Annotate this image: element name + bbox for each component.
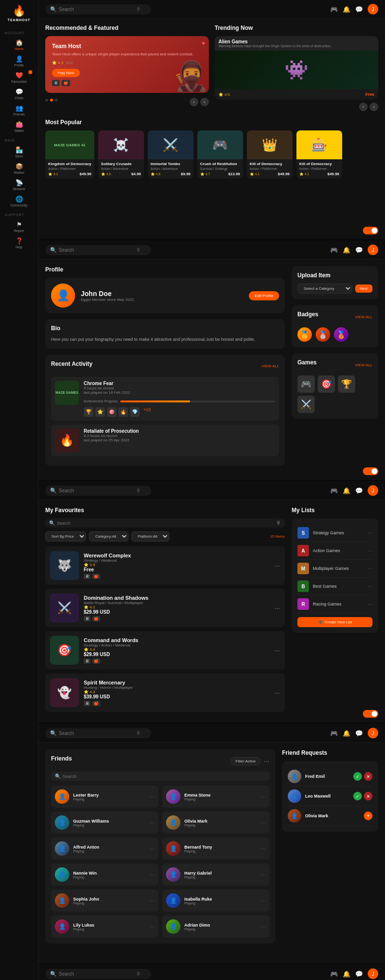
friends-search-input[interactable]: [59, 731, 136, 736]
home-search-bar[interactable]: 🔍 🎙: [45, 4, 151, 14]
friends-list-search[interactable]: [63, 774, 266, 779]
sidebar-item-profile[interactable]: 👤 Profile: [2, 53, 36, 69]
mini-game-0[interactable]: 🎮: [297, 375, 315, 393]
games-view-all[interactable]: VIEW ALL: [355, 363, 372, 367]
friend-dots-8[interactable]: ···: [150, 897, 154, 904]
next-arrow[interactable]: ›: [200, 98, 209, 106]
wallet-search-bar[interactable]: 🔍 🎙: [45, 969, 151, 979]
friends-search-bar[interactable]: 🔍 🎙: [45, 728, 151, 738]
platform-filter[interactable]: Platform:All: [131, 531, 169, 542]
decline-btn-1[interactable]: ✕: [364, 792, 372, 800]
friend-dots-2[interactable]: ···: [150, 819, 154, 826]
fav-toggle[interactable]: [363, 710, 378, 718]
game-card-4[interactable]: 👑 Kill of Democracy Action / Platformer …: [247, 130, 293, 179]
fav-platforms-3: 🖥 🍎: [84, 701, 133, 706]
featured-game-name: Team Host: [52, 43, 202, 50]
friend-dots-10[interactable]: ···: [150, 923, 154, 930]
list-dots-2[interactable]: ···: [368, 565, 372, 572]
add-btn-2[interactable]: +: [364, 812, 372, 820]
friends-search-box[interactable]: 🔍: [51, 772, 270, 781]
fav-item-dots-2[interactable]: ···: [274, 646, 280, 654]
profile-search-input[interactable]: [59, 247, 136, 253]
friend-dots-3[interactable]: ···: [261, 819, 266, 826]
accept-btn-0[interactable]: ✓: [353, 772, 362, 781]
sidebar-item-report[interactable]: ⚑ Report: [2, 219, 36, 235]
category-select[interactable]: Select a Category: [297, 284, 352, 294]
friends-more-dots[interactable]: ···: [264, 757, 270, 765]
game-card-2[interactable]: ⚔️ Immortal Tombs Action / Adventure ⭐ 4…: [148, 130, 193, 179]
sidebar-item-friends[interactable]: 👥 Friends: [2, 102, 36, 118]
friend-name-4: Alfred Anton: [73, 845, 99, 850]
sidebar-item-home[interactable]: 🏠 Home: [2, 37, 36, 53]
friend-dots-0[interactable]: ···: [150, 793, 154, 800]
sidebar-item-chats[interactable]: 💬 Chats: [2, 86, 36, 102]
list-dots-1[interactable]: ···: [368, 547, 372, 554]
profile-toggle[interactable]: [363, 467, 378, 475]
upload-next-button[interactable]: Next: [355, 284, 372, 293]
user-avatar[interactable]: J: [368, 4, 378, 14]
upload-row: Select a Category Next: [297, 284, 372, 294]
fav-user-avatar[interactable]: J: [368, 485, 378, 496]
home-search-input[interactable]: [59, 7, 136, 12]
create-list-button[interactable]: ➕ Create New List: [297, 617, 372, 627]
fav-item-dots-1[interactable]: ···: [274, 604, 280, 612]
sidebar-item-help[interactable]: ❓ Help: [2, 235, 36, 251]
friends-user-avatar[interactable]: J: [368, 728, 378, 738]
filter-button[interactable]: Filter:Active: [231, 757, 261, 765]
friend-dots-4[interactable]: ···: [150, 845, 154, 852]
fav-game-search-input[interactable]: [57, 521, 276, 526]
game-rating-0: ⭐ 4.1: [48, 172, 58, 176]
badges-view-all[interactable]: VIEW ALL: [355, 315, 372, 319]
game-card-3[interactable]: 🎮 Crush of Restitution Survival / Strate…: [197, 130, 243, 179]
fav-search-bar[interactable]: 🔍 🎙: [45, 486, 151, 496]
home-toggle[interactable]: [363, 227, 378, 234]
list-dots-4[interactable]: ···: [368, 601, 372, 607]
sort-select[interactable]: Sort By:Price: [45, 531, 86, 542]
bio-text: Here you can put your biography you need…: [51, 336, 279, 343]
friend-dots-11[interactable]: ···: [261, 923, 266, 930]
profile-search-bar[interactable]: 🔍 🎙: [45, 245, 151, 255]
wallet-user-avatar[interactable]: J: [368, 968, 378, 979]
edit-profile-button[interactable]: Edit Profile: [249, 291, 279, 300]
recent-view-all[interactable]: VIEW ALL: [262, 364, 279, 368]
sidebar-item-wallet[interactable]: 👛 Wallet: [2, 118, 36, 135]
t-prev-arrow[interactable]: ‹: [359, 103, 368, 111]
friend-dots-5[interactable]: ···: [261, 845, 266, 852]
mini-game-3[interactable]: ⚔️: [297, 396, 315, 413]
friend-dots-1[interactable]: ···: [261, 793, 266, 800]
profile-user-avatar[interactable]: J: [368, 245, 378, 255]
list-dots-0[interactable]: ···: [368, 529, 372, 536]
list-dots-3[interactable]: ···: [368, 583, 372, 590]
mini-game-1[interactable]: 🎯: [318, 375, 335, 393]
fav-item-dots-0[interactable]: ···: [274, 562, 280, 569]
friend-dots-6[interactable]: ···: [150, 871, 154, 878]
mini-game-2[interactable]: 🏆: [338, 375, 355, 393]
game-card-0[interactable]: MAZE GAMES 41 Kingdom of Democracy Actio…: [45, 130, 94, 179]
playnow-button[interactable]: Play Now: [52, 69, 80, 77]
prev-arrow[interactable]: ‹: [190, 98, 198, 106]
sidebar-item-market[interactable]: 📦 Market: [2, 160, 36, 177]
friend-card-6: 👤 Nannie Win Playing ···: [51, 864, 158, 886]
heart-icon[interactable]: ♥: [202, 40, 205, 47]
t-next-arrow[interactable]: ›: [370, 103, 378, 111]
friend-dots-9[interactable]: ···: [261, 897, 266, 904]
bell-icon-2: 🔔: [343, 246, 350, 254]
fav-item-dots-3[interactable]: ···: [274, 689, 280, 696]
activity-name-1: Retaliate of Prosecution: [84, 428, 139, 434]
sidebar-item-streams[interactable]: 📡 Streams: [2, 177, 36, 193]
accept-btn-1[interactable]: ✓: [353, 792, 362, 800]
sidebar-item-favourites[interactable]: ❤️ Favourites: [2, 69, 36, 86]
fav-game-search[interactable]: 🔍 🎙: [45, 518, 285, 528]
games-section-right: Games VIEW ALL 🎮 🎯 🏆 ⚔️: [292, 353, 378, 419]
sidebar-item-community[interactable]: 🌐 Community: [2, 193, 36, 209]
decline-btn-0[interactable]: ✕: [364, 772, 372, 781]
sidebar-item-store[interactable]: 🏪 Store: [2, 144, 36, 160]
fav-search-input[interactable]: [59, 488, 136, 493]
dot-1: [45, 99, 48, 102]
category-filter[interactable]: Category:All: [89, 531, 128, 542]
wallet-search-input[interactable]: [59, 971, 136, 977]
game-card-5[interactable]: 🎰 Kill of Democracy Action / Platformer …: [296, 130, 342, 179]
help-icon: ❓: [15, 237, 23, 245]
game-card-1[interactable]: ☠️ Solitary Crusade Action / Adventure ⭐…: [98, 130, 144, 179]
friend-dots-7[interactable]: ···: [261, 871, 266, 878]
